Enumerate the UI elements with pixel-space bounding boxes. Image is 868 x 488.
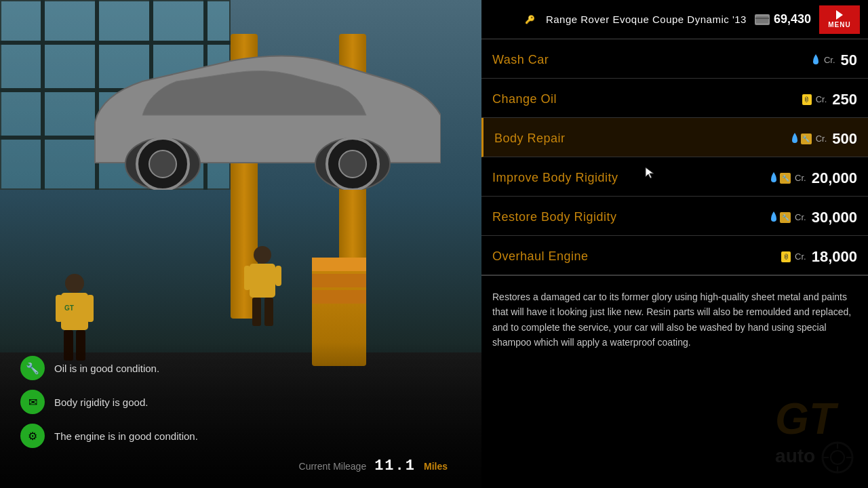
svg-point-5 (339, 150, 366, 178)
car-key-icon: 🔑 (525, 15, 535, 24)
service-list: Wash Car Cr. 50 Change Oil 🛢 Cr. 250 (481, 39, 868, 275)
svg-rect-15 (252, 298, 261, 326)
left-panel-bottom: 🔧 Oil is in good condition. ✉ Body rigid… (0, 342, 481, 488)
description-area: Restores a damaged car to its former glo… (481, 275, 868, 488)
restore-body-icons: 🔧 (770, 211, 791, 224)
overhaul-icons: 🛢 (781, 251, 791, 262)
change-oil-icons: 🛢 (802, 94, 812, 105)
credits-display: 69,430 (755, 12, 811, 26)
cr-label-overhaul: Cr. (795, 251, 806, 262)
body-status-row: ✉ Body rigidity is good. (20, 390, 461, 414)
cr-amount-overhaul: 18,000 (812, 248, 857, 266)
mileage-unit: Miles (424, 461, 448, 472)
service-cost-change-oil: 🛢 Cr. 250 (802, 91, 857, 108)
top-bar: 🔑 Range Rover Evoque Coupe Dynamic '13 6… (481, 0, 868, 39)
cr-amount-improve: 20,000 (812, 169, 857, 187)
cr-label-oil: Cr. (816, 94, 827, 104)
body-repair-icons: 🔧 (791, 133, 812, 145)
svg-rect-18 (275, 266, 281, 286)
wash-car-icons (812, 54, 820, 66)
svg-rect-19 (755, 16, 769, 24)
service-name-restore-body: Restore Body Rigidity (492, 210, 617, 224)
service-name-improve-body: Improve Body Rigidity (492, 171, 618, 185)
oil-can-icon: 🛢 (802, 94, 812, 105)
service-item-wash-car[interactable]: Wash Car Cr. 50 (481, 39, 868, 79)
garage-background: GT 🔧 Oil is in good condition. ✉ Body ri… (0, 0, 481, 488)
service-cost-improve-body: 🔧 Cr. 20,000 (770, 169, 857, 187)
body-status-icon: ✉ (20, 390, 45, 414)
oil-status-text: Oil is in good condition. (54, 363, 159, 374)
service-cost-restore-body: 🔧 Cr. 30,000 (770, 209, 857, 226)
body-status-text: Body rigidity is good. (54, 396, 148, 408)
engine-status-row: ⚙ The engine is in good condition. (20, 424, 461, 448)
service-item-change-oil[interactable]: Change Oil 🛢 Cr. 250 (481, 79, 868, 118)
credits-amount: 69,430 (774, 12, 811, 26)
drop-icon-3 (770, 172, 778, 184)
svg-rect-12 (87, 295, 94, 322)
drop-icon-1 (812, 54, 820, 66)
drop-icon-4 (770, 211, 778, 224)
start-icon (836, 10, 843, 20)
oil-status-icon: 🔧 (20, 356, 45, 380)
menu-button[interactable]: MENU (819, 5, 860, 34)
wrench-icon-1: 🔧 (801, 134, 812, 144)
cr-amount-wash: 50 (841, 52, 857, 69)
mileage-row: Current Mileage 11.1 Miles (20, 458, 461, 474)
service-name-overhaul-engine: Overhaul Engine (492, 249, 589, 264)
svg-rect-11 (56, 295, 62, 322)
right-panel: 🔑 Range Rover Evoque Coupe Dynamic '13 6… (481, 0, 868, 488)
svg-point-13 (254, 246, 271, 264)
engine-status-text: The engine is in good condition. (54, 430, 198, 442)
watermark: GT auto (775, 397, 854, 474)
oil-status-row: 🔧 Oil is in good condition. (20, 356, 461, 380)
wrench-icon-3: 🔧 (780, 212, 791, 223)
service-item-improve-body[interactable]: Improve Body Rigidity 🔧 Cr. 20,000 (481, 157, 868, 197)
mileage-value: 11.1 (374, 458, 416, 474)
oil-can-icon-2: 🛢 (781, 251, 791, 262)
svg-rect-16 (264, 298, 273, 326)
cr-label-restore: Cr. (795, 212, 806, 222)
menu-label: MENU (828, 21, 850, 28)
svg-rect-17 (244, 266, 250, 290)
svg-point-22 (831, 451, 844, 464)
svg-point-3 (149, 150, 176, 178)
v-bar-1 (41, 0, 45, 190)
service-item-restore-body[interactable]: Restore Body Rigidity 🔧 Cr. 30,000 (481, 197, 868, 236)
cr-amount-oil: 250 (832, 91, 857, 108)
watermark-gt: GT (775, 397, 854, 441)
service-cost-overhaul-engine: 🛢 Cr. 18,000 (781, 248, 857, 266)
worker-right (244, 244, 281, 332)
credits-icon (755, 14, 770, 25)
cr-amount-body: 500 (832, 130, 857, 148)
cr-amount-restore: 30,000 (812, 209, 857, 226)
engine-status-icon: ⚙ (20, 424, 45, 448)
service-name-change-oil: Change Oil (492, 92, 557, 106)
cr-label-body: Cr. (816, 134, 827, 144)
drop-icon-2 (791, 133, 799, 145)
service-cost-wash-car: Cr. 50 (812, 52, 857, 69)
service-name-wash-car: Wash Car (492, 53, 549, 67)
service-name-body-repair: Body Repair (494, 131, 566, 146)
cr-label-wash: Cr. (824, 55, 835, 65)
description-text: Restores a damaged car to its former glo… (492, 289, 857, 350)
cr-label-improve: Cr. (795, 173, 806, 183)
service-cost-body-repair: 🔧 Cr. 500 (791, 130, 857, 148)
car-svg (54, 41, 441, 190)
wrench-icon-2: 🔧 (780, 173, 791, 184)
mileage-label: Current Mileage (299, 461, 367, 472)
service-item-overhaul-engine[interactable]: Overhaul Engine 🛢 Cr. 18,000 (481, 236, 868, 275)
svg-text:GT: GT (64, 304, 74, 312)
improve-body-icons: 🔧 (770, 172, 791, 184)
svg-point-6 (65, 274, 84, 293)
watermark-auto: auto (775, 441, 854, 474)
car-name: Range Rover Evoque Coupe Dynamic '13 (546, 14, 747, 25)
service-item-body-repair[interactable]: Body Repair 🔧 Cr. 500 (481, 118, 868, 157)
svg-rect-14 (250, 264, 275, 298)
